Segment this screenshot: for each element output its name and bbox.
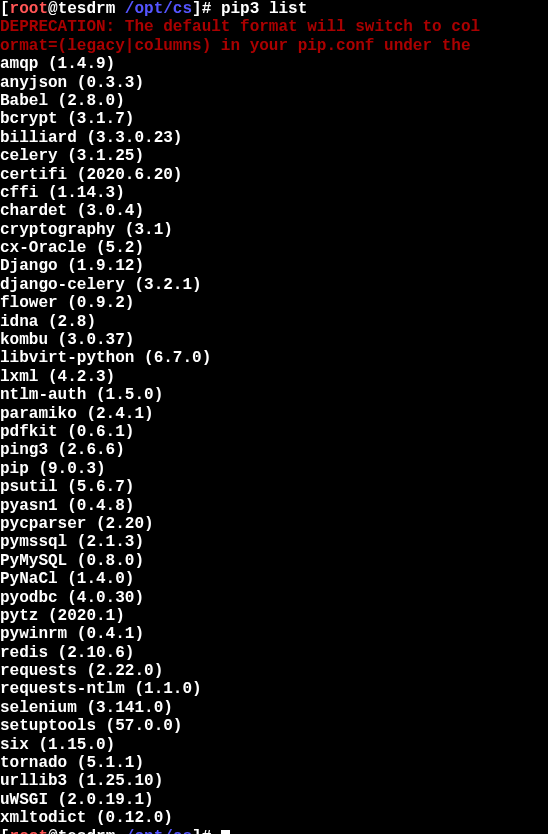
package-line: lxml (4.2.3) (0, 368, 115, 386)
package-line: celery (3.1.25) (0, 147, 144, 165)
package-line: cffi (1.14.3) (0, 184, 125, 202)
package-line: anyjson (0.3.3) (0, 74, 144, 92)
prompt-hash: # (202, 0, 221, 18)
bracket-open: [ (0, 0, 10, 18)
package-line: requests (2.22.0) (0, 662, 163, 680)
package-line: pdfkit (0.6.1) (0, 423, 134, 441)
package-line: redis (2.10.6) (0, 644, 134, 662)
bracket-close-2: ] (192, 828, 202, 834)
package-line: certifi (2020.6.20) (0, 166, 182, 184)
package-line: uWSGI (2.0.19.1) (0, 791, 154, 809)
package-line: django-celery (3.2.1) (0, 276, 202, 294)
package-line: billiard (3.3.0.23) (0, 129, 182, 147)
package-line: urllib3 (1.25.10) (0, 772, 163, 790)
package-line: selenium (3.141.0) (0, 699, 173, 717)
package-line: idna (2.8) (0, 313, 96, 331)
terminal-output: [root@tesdrm /opt/cs]# pip3 list DEPRECA… (0, 0, 548, 834)
package-line: psutil (5.6.7) (0, 478, 134, 496)
deprecation-warning-line2: ormat=(legacy|columns) in your pip.conf … (0, 37, 480, 55)
deprecation-warning-line1: DEPRECATION: The default format will swi… (0, 18, 480, 36)
package-line: tornado (5.1.1) (0, 754, 144, 772)
prompt2-path: /opt/cs (125, 828, 192, 834)
package-line: pytz (2020.1) (0, 607, 125, 625)
package-line: Babel (2.8.0) (0, 92, 125, 110)
bracket-open-2: [ (0, 828, 10, 834)
prompt2-host: tesdrm (58, 828, 116, 834)
prompt-at: @ (48, 0, 58, 18)
cursor[interactable] (221, 830, 230, 834)
prompt2-hash: # (202, 828, 221, 834)
package-line: cryptography (3.1) (0, 221, 173, 239)
package-line: flower (0.9.2) (0, 294, 134, 312)
package-line: PyMySQL (0.8.0) (0, 552, 144, 570)
prompt-user: root (10, 0, 48, 18)
package-line: PyNaCl (1.4.0) (0, 570, 134, 588)
package-list: amqp (1.4.9) anyjson (0.3.3) Babel (2.8.… (0, 55, 548, 827)
package-line: setuptools (57.0.0) (0, 717, 182, 735)
package-line: libvirt-python (6.7.0) (0, 349, 211, 367)
package-line: pycparser (2.20) (0, 515, 154, 533)
package-line: Django (1.9.12) (0, 257, 144, 275)
prompt-host: tesdrm (58, 0, 116, 18)
prompt2-user: root (10, 828, 48, 834)
package-line: amqp (1.4.9) (0, 55, 115, 73)
package-line: paramiko (2.4.1) (0, 405, 154, 423)
package-line: ntlm-auth (1.5.0) (0, 386, 163, 404)
package-line: requests-ntlm (1.1.0) (0, 680, 202, 698)
package-line: chardet (3.0.4) (0, 202, 144, 220)
package-line: six (1.15.0) (0, 736, 115, 754)
package-line: pyodbc (4.0.30) (0, 589, 144, 607)
package-line: pywinrm (0.4.1) (0, 625, 144, 643)
package-line: bcrypt (3.1.7) (0, 110, 134, 128)
package-line: ping3 (2.6.6) (0, 441, 125, 459)
package-line: xmltodict (0.12.0) (0, 809, 173, 827)
package-line: pymssql (2.1.3) (0, 533, 144, 551)
package-line: kombu (3.0.37) (0, 331, 134, 349)
prompt-path: /opt/cs (125, 0, 192, 18)
package-line: pip (9.0.3) (0, 460, 106, 478)
prompt2-at: @ (48, 828, 58, 834)
package-line: cx-Oracle (5.2) (0, 239, 144, 257)
bracket-close: ] (192, 0, 202, 18)
command-text: pip3 list (221, 0, 307, 18)
package-line: pyasn1 (0.4.8) (0, 497, 134, 515)
